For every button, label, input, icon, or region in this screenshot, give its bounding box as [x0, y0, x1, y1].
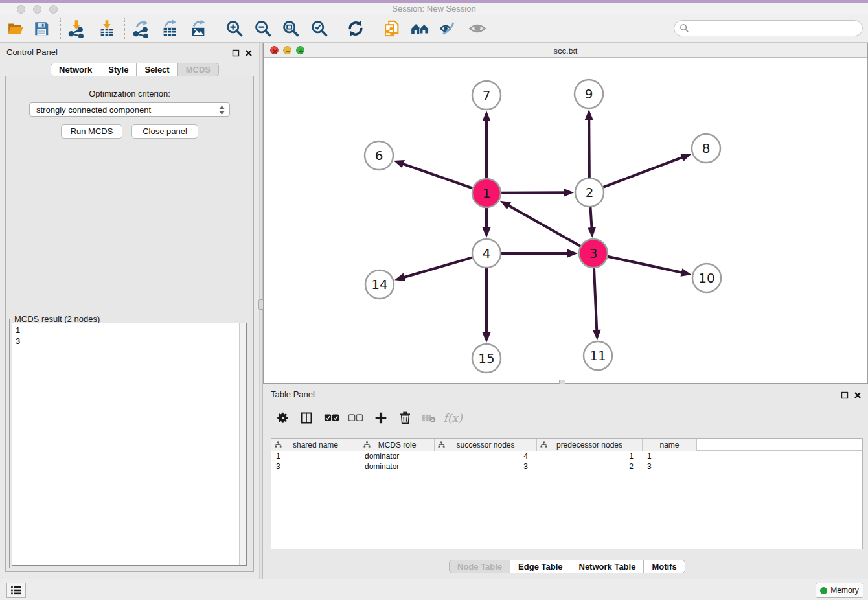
graph-node-label: 15 — [478, 351, 494, 366]
delete-table-icon — [422, 413, 436, 423]
tab-mcds[interactable]: MCDS — [177, 63, 219, 76]
network-view-window: scc.txt 7968124314101511 — [263, 43, 868, 384]
toolbar-separator — [374, 18, 374, 39]
gear-icon — [277, 411, 290, 424]
tab-style[interactable]: Style — [100, 63, 137, 76]
close-panel-button[interactable]: Close panel — [131, 124, 198, 139]
close-table-panel-icon[interactable] — [854, 390, 862, 402]
graph-node-label: 2 — [586, 185, 594, 200]
close-panel-icon[interactable] — [245, 48, 253, 60]
show-panels-button[interactable] — [6, 583, 26, 598]
selected-option-label: strongly connected component — [36, 105, 151, 115]
zoom-in-button[interactable] — [223, 17, 246, 40]
zoom-fit-button[interactable] — [279, 17, 303, 40]
optimization-criterion-select[interactable]: strongly connected component — [29, 102, 230, 117]
deselect-all-button[interactable] — [345, 407, 367, 429]
edge-arrowhead — [564, 189, 574, 197]
edge-3-10[interactable] — [606, 256, 686, 273]
open-folder-icon — [6, 20, 25, 37]
show-columns-button[interactable] — [295, 407, 317, 429]
zoom-out-button[interactable] — [251, 17, 275, 40]
edge-2-9[interactable] — [589, 115, 589, 179]
tab-edge-table[interactable]: Edge Table — [510, 560, 571, 573]
float-table-panel-icon[interactable] — [841, 390, 849, 402]
table-panel-title: Table Panel — [271, 389, 315, 399]
mcds-result-scrollbar[interactable] — [239, 323, 246, 565]
table-settings-button[interactable] — [272, 407, 294, 429]
zoom-selected-button[interactable] — [308, 17, 331, 40]
edge-4-14[interactable] — [400, 257, 474, 279]
column-header-label: predecessor nodes — [556, 441, 622, 450]
edge-arrowhead — [483, 332, 491, 343]
import-network-button[interactable] — [65, 17, 88, 40]
toolbar-separator — [216, 18, 216, 39]
refresh-button[interactable] — [344, 17, 367, 40]
tab-network-table[interactable]: Network Table — [571, 560, 645, 573]
search-input[interactable] — [689, 21, 862, 35]
eye-icon — [468, 19, 487, 38]
unchecked-boxes-icon — [348, 413, 363, 422]
table-panel: Table Panel — [263, 384, 868, 579]
float-panel-icon[interactable] — [232, 48, 240, 60]
edge-3-11[interactable] — [594, 266, 597, 334]
column-type-icon — [438, 441, 445, 448]
import-table-button[interactable] — [95, 17, 119, 40]
toolbar-separator — [60, 18, 61, 39]
table-cell: dominator — [360, 461, 435, 472]
zoom-out-icon — [254, 19, 272, 38]
select-stepper-icon — [218, 105, 225, 117]
edge-3-1[interactable] — [505, 203, 582, 247]
graph-node-label: 4 — [483, 246, 491, 261]
table-row[interactable]: 1dominator411 — [271, 451, 862, 461]
clone-network-button[interactable] — [380, 17, 404, 40]
graph-node-label: 3 — [589, 246, 598, 261]
table-cell: 3 — [643, 461, 697, 472]
toolbar-separator — [124, 18, 125, 39]
delete-column-button[interactable] — [394, 407, 416, 429]
table-cell: 4 — [435, 451, 537, 461]
column-header-name[interactable]: name — [643, 439, 697, 451]
show-all-networks-button[interactable] — [409, 17, 432, 40]
column-header-shared-name[interactable]: shared name — [271, 439, 360, 451]
select-all-button[interactable] — [321, 407, 343, 429]
control-panel-title: Control Panel — [6, 47, 58, 57]
column-header-MCDS-role[interactable]: MCDS role — [360, 439, 435, 451]
export-table-icon — [161, 19, 179, 38]
tab-network[interactable]: Network — [51, 63, 100, 76]
column-header-successor-nodes[interactable]: successor nodes — [435, 439, 537, 451]
column-type-icon — [275, 441, 282, 448]
memory-button[interactable]: Memory — [816, 583, 863, 598]
mcds-result-list[interactable]: 13 — [12, 323, 247, 566]
table-cell: 2 — [537, 461, 643, 472]
network-canvas[interactable]: 7968124314101511 — [264, 58, 867, 383]
column-header-predecessor-nodes[interactable]: predecessor nodes — [537, 439, 643, 451]
memory-status-icon — [820, 587, 827, 594]
edge-2-8[interactable] — [602, 156, 686, 188]
tab-motifs[interactable]: Motifs — [643, 560, 685, 573]
tab-node-table[interactable]: Node Table — [449, 560, 510, 573]
window-title: Session: New Session — [0, 4, 868, 14]
run-mcds-button[interactable]: Run MCDS — [61, 124, 122, 139]
open-session-button[interactable] — [4, 17, 27, 40]
save-session-button[interactable] — [30, 17, 53, 40]
export-network-button[interactable] — [130, 17, 153, 40]
graph-node-label: 9 — [585, 86, 593, 102]
hide-selected-button[interactable] — [437, 17, 460, 40]
refresh-icon — [347, 19, 365, 38]
tab-select[interactable]: Select — [136, 63, 177, 76]
edge-1-6[interactable] — [399, 163, 474, 189]
zoom-in-icon — [225, 19, 244, 38]
edge-1-2[interactable] — [499, 192, 568, 193]
fx-icon: f(x) — [443, 411, 462, 424]
export-table-button[interactable] — [158, 17, 181, 40]
add-column-button[interactable] — [370, 407, 392, 429]
list-icon — [10, 586, 22, 595]
export-image-button[interactable] — [187, 17, 210, 40]
column-header-label: MCDS role — [378, 441, 417, 450]
table-cell: 1 — [537, 451, 643, 461]
edge-arrowhead — [680, 154, 691, 161]
column-header-label: successor nodes — [456, 441, 514, 450]
edge-arrowhead — [588, 227, 596, 238]
mcds-result-lines: 13 — [16, 325, 243, 347]
table-row[interactable]: 3dominator323 — [271, 461, 862, 472]
